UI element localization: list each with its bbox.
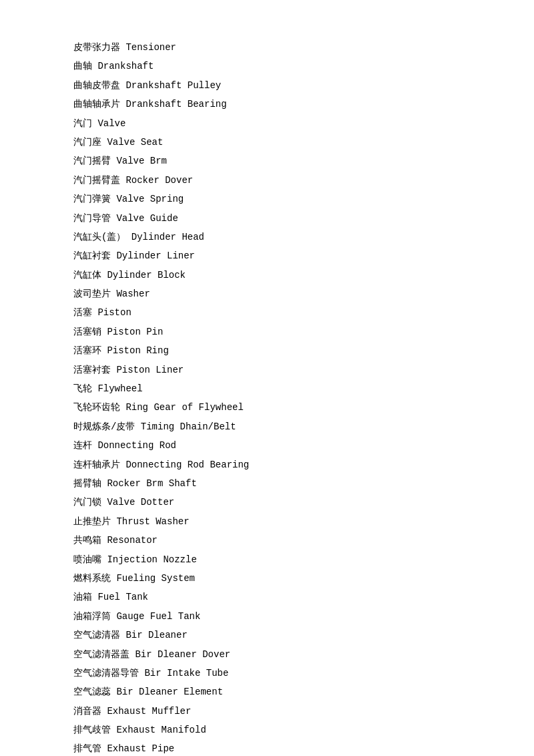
- list-item: 排气管 Exhaust Pipe: [73, 741, 461, 756]
- list-item: 汽缸衬套 Dylinder Liner: [73, 248, 461, 263]
- list-item: 汽门座 Valve Seat: [73, 135, 461, 150]
- list-item: 空气滤蕊 Bir Dleaner Element: [73, 685, 461, 699]
- list-item: 摇臂轴 Rocker Brm Shaft: [73, 476, 461, 491]
- list-item: 曲轴皮带盘 Drankshaft Pulley: [73, 78, 461, 93]
- list-item: 汽缸体 Dylinder Block: [73, 268, 461, 282]
- list-item: 汽门导管 Valve Guide: [73, 211, 461, 226]
- list-item: 消音器 Exhaust Muffler: [73, 704, 461, 719]
- list-item: 时规炼条/皮带 Timing Dhain/Belt: [73, 419, 461, 434]
- list-item: 燃料系统 Fueling System: [73, 571, 461, 586]
- list-item: 汽门弹簧 Valve Spring: [73, 192, 461, 206]
- list-item: 活塞 Piston: [73, 305, 461, 320]
- list-item: 油箱浮筒 Gauge Fuel Tank: [73, 609, 461, 624]
- list-item: 空气滤清器导管 Bir Intake Tube: [73, 666, 461, 681]
- list-item: 连杆 Donnecting Rod: [73, 438, 461, 453]
- list-item: 皮带张力器 Tensioner: [73, 40, 461, 55]
- list-item: 汽门 Valve: [73, 116, 461, 131]
- list-item: 共鸣箱 Resonator: [73, 533, 461, 548]
- list-item: 活塞衬套 Piston Liner: [73, 363, 461, 377]
- parts-list: 皮带张力器 Tensioner曲轴 Drankshaft曲轴皮带盘 Dranks…: [73, 40, 461, 756]
- list-item: 止推垫片 Thrust Washer: [73, 514, 461, 529]
- list-item: 曲轴 Drankshaft: [73, 59, 461, 73]
- list-item: 汽门摇臂盖 Rocker Dover: [73, 173, 461, 188]
- list-item: 汽缸头(盖） Dylinder Head: [73, 230, 461, 244]
- list-item: 飞轮 Flywheel: [73, 381, 461, 396]
- list-item: 活塞销 Piston Pin: [73, 325, 461, 339]
- list-item: 飞轮环齿轮 Ring Gear of Flywheel: [73, 400, 461, 415]
- list-item: 连杆轴承片 Donnecting Rod Bearing: [73, 457, 461, 472]
- list-item: 活塞环 Piston Ring: [73, 343, 461, 358]
- list-item: 曲轴轴承片 Drankshaft Bearing: [73, 97, 461, 112]
- list-item: 波司垫片 Washer: [73, 287, 461, 301]
- list-item: 喷油嘴 Injection Nozzle: [73, 552, 461, 567]
- list-item: 空气滤清器 Bir Dleaner: [73, 628, 461, 642]
- list-item: 汽门锁 Valve Dotter: [73, 495, 461, 510]
- list-item: 汽门摇臂 Valve Brm: [73, 154, 461, 168]
- list-item: 空气滤清器盖 Bir Dleaner Dover: [73, 647, 461, 662]
- list-item: 油箱 Fuel Tank: [73, 590, 461, 604]
- list-item: 排气歧管 Exhaust Manifold: [73, 723, 461, 737]
